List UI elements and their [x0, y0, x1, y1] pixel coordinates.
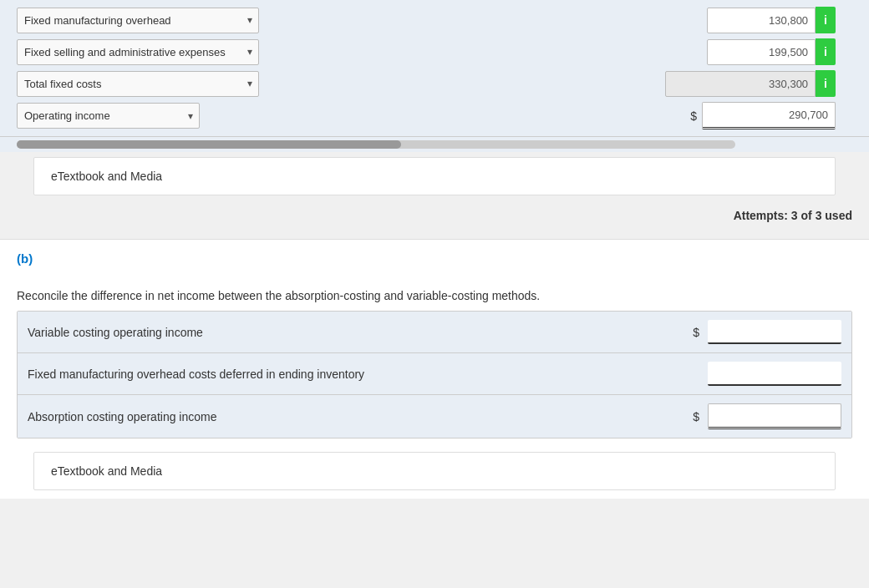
top-section: Fixed manufacturing overhead Fixed selli…: [0, 0, 869, 137]
selling-info-button[interactable]: i: [816, 38, 836, 65]
reconcile-text-content: Reconcile the difference in net income b…: [17, 289, 540, 302]
reconcile-description: Reconcile the difference in net income b…: [0, 277, 869, 311]
input-group-mfg: i: [707, 7, 836, 33]
etextbook-bottom-wrapper: eTextbook and Media: [0, 447, 869, 499]
absorption-dollar: $: [693, 410, 699, 423]
deferred-input[interactable]: [708, 362, 841, 386]
mfg-info-button[interactable]: i: [816, 7, 836, 33]
row-fixed-selling: Fixed manufacturing overhead Fixed selli…: [17, 38, 836, 65]
select-fixed-mfg[interactable]: Fixed manufacturing overhead Fixed selli…: [17, 8, 259, 33]
etextbook-bar: eTextbook and Media: [33, 157, 836, 195]
variable-label: Variable costing operating income: [28, 326, 684, 339]
row-fixed-mfg: Fixed manufacturing overhead Fixed selli…: [17, 7, 836, 33]
reconcile-row-variable: Variable costing operating income $: [18, 312, 851, 353]
etextbook-wrapper: eTextbook and Media: [0, 152, 869, 200]
operating-right: $: [216, 102, 836, 129]
absorption-input[interactable]: [708, 403, 841, 429]
section-b-label: (b): [17, 251, 33, 266]
input-group-total: i: [665, 70, 836, 97]
reconcile-row-deferred: Fixed manufacturing overhead costs defer…: [18, 353, 851, 395]
row-operating: Fixed manufacturing overhead Fixed selli…: [17, 102, 836, 129]
selling-value-input[interactable]: [707, 39, 816, 65]
section-b: (b) Reconcile the difference in net inco…: [0, 239, 869, 499]
scrollbar-track[interactable]: [17, 140, 735, 149]
select-fixed-selling[interactable]: Fixed manufacturing overhead Fixed selli…: [17, 39, 259, 65]
total-value-input: [665, 71, 816, 97]
main-container: Fixed manufacturing overhead Fixed selli…: [0, 0, 869, 499]
operating-dollar: $: [690, 109, 697, 123]
variable-dollar: $: [693, 326, 699, 339]
etextbook-label: eTextbook and Media: [51, 170, 162, 183]
row-total-fixed: Fixed manufacturing overhead Fixed selli…: [17, 70, 836, 97]
operating-value-input[interactable]: [702, 102, 836, 129]
etextbook-bottom-bar: eTextbook and Media: [33, 452, 836, 490]
select-total-fixed[interactable]: Fixed manufacturing overhead Fixed selli…: [17, 71, 259, 97]
reconcile-row-absorption: Absorption costing operating income $: [18, 395, 851, 438]
select-operating[interactable]: Fixed manufacturing overhead Fixed selli…: [17, 103, 200, 129]
select-wrapper-mfg: Fixed manufacturing overhead Fixed selli…: [17, 8, 259, 33]
scrollbar-area: [0, 137, 869, 152]
variable-input[interactable]: [708, 320, 841, 344]
etextbook-bottom-label: eTextbook and Media: [51, 464, 162, 478]
attempts-row: Attempts: 3 of 3 used: [0, 200, 869, 231]
select-wrapper-selling: Fixed manufacturing overhead Fixed selli…: [17, 39, 259, 65]
absorption-label: Absorption costing operating income: [28, 410, 684, 423]
mfg-value-input[interactable]: [707, 8, 816, 33]
attempts-label: Attempts: 3 of 3 used: [734, 209, 852, 222]
deferred-label: Fixed manufacturing overhead costs defer…: [28, 368, 699, 381]
select-wrapper-total: Fixed manufacturing overhead Fixed selli…: [17, 71, 259, 97]
section-b-header: (b): [0, 239, 869, 277]
scrollbar-thumb[interactable]: [17, 140, 401, 149]
reconcile-table: Variable costing operating income $ Fixe…: [17, 311, 852, 438]
select-wrapper-operating: Fixed manufacturing overhead Fixed selli…: [17, 103, 200, 129]
input-group-selling: i: [707, 38, 836, 65]
total-info-button[interactable]: i: [816, 70, 836, 97]
